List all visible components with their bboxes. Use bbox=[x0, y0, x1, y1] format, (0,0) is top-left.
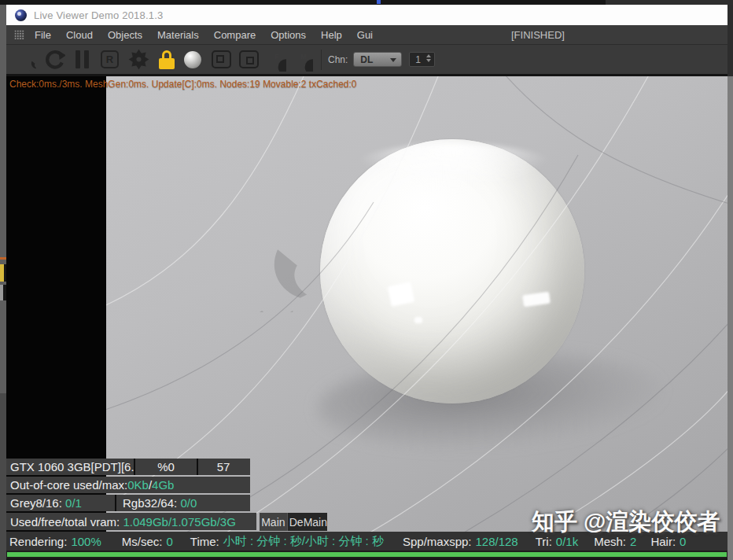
grey-label: Grey8/16: bbox=[10, 496, 62, 510]
grip-dots-icon[interactable] bbox=[14, 30, 24, 39]
grey-value: 0/1 bbox=[65, 496, 82, 510]
lock-resolution-icon[interactable] bbox=[159, 50, 175, 69]
channel-index-stepper[interactable]: 1 bbox=[409, 52, 435, 67]
render-state-label: [FINISHED] bbox=[511, 29, 565, 41]
render-pass-tabs: Main DeMain bbox=[260, 513, 327, 531]
edge-lower-segment bbox=[0, 393, 6, 560]
rendering-label: Rendering: bbox=[9, 535, 67, 548]
gpu-load: %0 bbox=[135, 459, 198, 475]
rendering-value: 100% bbox=[71, 535, 101, 548]
edge-fragment-orange bbox=[0, 257, 6, 260]
vram-value: 1.049Gb/1.075Gb/3G bbox=[123, 515, 235, 529]
stepper-value: 1 bbox=[415, 54, 421, 65]
render-progress-fill bbox=[7, 552, 727, 557]
render-region-icon[interactable] bbox=[212, 50, 231, 68]
ooc-label: Out-of-core used/max: bbox=[10, 478, 127, 492]
pick-focus-pin-icon[interactable]: F bbox=[267, 47, 286, 72]
stepper-arrows[interactable] bbox=[426, 54, 431, 62]
channel-label: Chn: bbox=[328, 54, 348, 65]
mssec-label: Ms/sec: bbox=[122, 535, 163, 548]
scene-check-status: Check:0ms./3ms. MeshGen:0ms. Update[C]:0… bbox=[9, 79, 357, 90]
vram-row: Used/free/total vram: 1.049Gb/1.075Gb/3G bbox=[6, 513, 256, 530]
toolbar: R bbox=[6, 45, 727, 76]
tab-main[interactable]: Main bbox=[260, 513, 287, 531]
menu-help[interactable]: Help bbox=[321, 29, 342, 41]
gpu-name: GTX 1060 3GB[PDT][6.1] bbox=[6, 459, 135, 475]
background-accent-dot bbox=[377, 0, 381, 4]
stepper-up-icon[interactable] bbox=[426, 54, 431, 57]
toolbar-separator bbox=[321, 50, 322, 70]
film-region-icon[interactable] bbox=[239, 50, 259, 68]
menu-file[interactable]: File bbox=[35, 29, 51, 41]
pin-focus-letter: F bbox=[274, 53, 279, 61]
menu-objects[interactable]: Objects bbox=[108, 29, 142, 41]
reset-letter: R bbox=[101, 50, 119, 68]
kernel-settings-gear-icon[interactable] bbox=[128, 47, 149, 72]
pin-material-letter: M bbox=[300, 53, 307, 61]
live-viewer-window: Live Viewer Demo 2018.1.3 File Cloud Obj… bbox=[0, 0, 733, 560]
pick-material-pin-icon[interactable]: M bbox=[294, 47, 313, 72]
menu-materials[interactable]: Materials bbox=[157, 29, 199, 41]
menu-items: File Cloud Objects Materials Compare Opt… bbox=[35, 29, 373, 41]
ooc-used: 0Kb bbox=[127, 478, 149, 492]
stepper-down-icon[interactable] bbox=[426, 59, 431, 62]
chevron-down-icon bbox=[390, 58, 396, 62]
pause-bar bbox=[76, 50, 80, 68]
mssec-value: 0 bbox=[166, 535, 172, 548]
edge-fragment-grey bbox=[0, 285, 6, 300]
pause-render-icon[interactable] bbox=[76, 47, 89, 72]
octane-logo-icon[interactable] bbox=[15, 47, 37, 72]
vram-label: Used/free/total vram: bbox=[10, 515, 120, 529]
menu-compare[interactable]: Compare bbox=[214, 29, 256, 41]
gpu-row: GTX 1060 3GB[PDT][6.1] %0 57 bbox=[6, 459, 250, 475]
lock-body bbox=[159, 58, 175, 69]
window-title: Live Viewer Demo 2018.1.3 bbox=[34, 9, 163, 21]
menu-options[interactable]: Options bbox=[271, 29, 306, 41]
viewport-letterbox bbox=[6, 76, 106, 459]
window-titlebar[interactable]: Live Viewer Demo 2018.1.3 bbox=[6, 5, 727, 25]
edge-fragment-yellow bbox=[0, 264, 6, 282]
time-value: 小时 : 分钟 : 秒/小时 : 分钟 : 秒 bbox=[223, 534, 384, 549]
time-label: Time: bbox=[190, 535, 219, 548]
zhihu-watermark-text: 知乎 @渲染佼佼者 bbox=[532, 507, 720, 538]
out-of-core-row: Out-of-core used/max:0Kb/4Gb bbox=[6, 477, 250, 493]
channel-dropdown[interactable]: DL bbox=[353, 52, 402, 67]
reset-button[interactable]: R bbox=[101, 47, 119, 72]
spp-label: Spp/maxspp: bbox=[403, 535, 472, 548]
gpu-temp: 57 bbox=[198, 459, 249, 475]
buffer-row: Grey8/16: 0/1 Rgb32/64: 0/0 bbox=[6, 495, 250, 511]
channel-value: DL bbox=[360, 54, 373, 65]
rgb-label: Rgb32/64: bbox=[123, 496, 177, 510]
film-region-inner bbox=[246, 57, 254, 64]
material-ball-icon[interactable] bbox=[184, 47, 201, 72]
ooc-max: 4Gb bbox=[152, 478, 174, 492]
lock-shackle bbox=[162, 50, 171, 59]
spp-value: 128/128 bbox=[475, 535, 518, 548]
render-progress-bar bbox=[6, 551, 727, 558]
background-right-edge bbox=[727, 76, 733, 560]
octane-app-icon bbox=[15, 9, 27, 21]
restart-render-icon[interactable] bbox=[45, 47, 65, 72]
menu-bar: File Cloud Objects Materials Compare Opt… bbox=[6, 25, 727, 45]
pause-bar bbox=[84, 50, 89, 68]
background-left-edge bbox=[0, 5, 6, 560]
menu-cloud[interactable]: Cloud bbox=[66, 29, 93, 41]
material-ball bbox=[184, 51, 201, 68]
gpu-stats-panel: GTX 1060 3GB[PDT][6.1] %0 57 Out-of-core… bbox=[6, 459, 256, 532]
background-right-edge-top bbox=[727, 5, 733, 76]
tab-demain[interactable]: DeMain bbox=[287, 513, 327, 531]
render-region-inner bbox=[216, 55, 224, 63]
menu-gui[interactable]: Gui bbox=[357, 29, 373, 41]
rgb-value: 0/0 bbox=[180, 496, 197, 510]
